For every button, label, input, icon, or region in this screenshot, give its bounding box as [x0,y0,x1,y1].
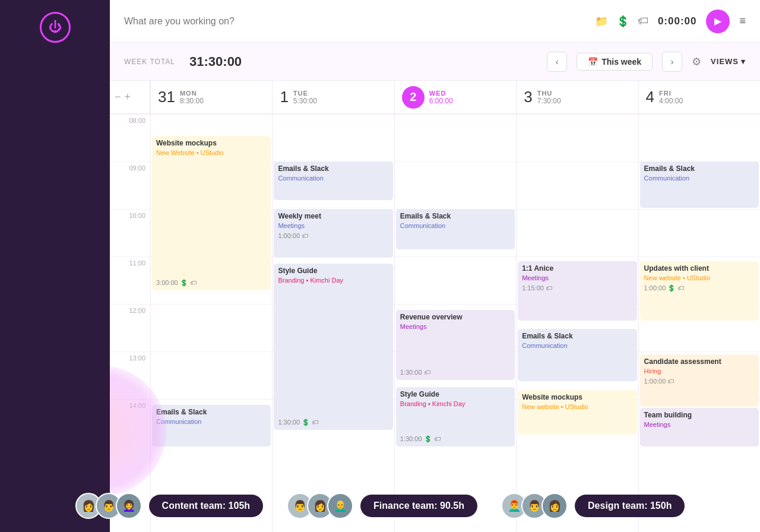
team-hours-content: 105h [229,501,250,511]
event-team-building[interactable]: Team building Meetings [640,408,759,446]
day-col-wed: Emails & Slack Communication Revenue ove… [394,114,516,532]
zoom-minus-button[interactable]: − [115,91,121,103]
team-name-content: Content team: [162,501,226,511]
views-label: VIEWS [711,57,739,66]
event-title: Website mockups [156,139,267,148]
prev-week-button[interactable]: ‹ [547,52,567,72]
event-weekly-meet[interactable]: Weekly meet Meetings 1:00:00 🏷 [274,209,392,258]
time-12: 12:00 [110,304,150,352]
topbar: 📁 💲 🏷 0:00:00 ▶ ≡ [110,0,760,43]
event-project: Meetings [278,221,388,230]
time-10: 10:00 [110,209,150,256]
event-meta: 1:30:00 💲 🏷 [400,435,441,443]
event-updates-client[interactable]: Updates with client New website • UStudi… [640,261,759,321]
day-num-tue: 1 [280,88,288,106]
avatar-3: 👩‍🦱 [116,493,142,519]
sidebar: ⏻ [0,0,110,532]
day-header-fri: 4 FRI 4:00:00 [638,81,760,113]
event-project: Branding • Kimchi Day [278,276,388,284]
event-title: Revenue overview [400,313,511,322]
day-num-mon: 31 [158,88,175,106]
play-button[interactable]: ▶ [706,10,730,33]
day-header-tue: 1 TUE 5:30:00 [272,81,394,113]
views-button[interactable]: VIEWS ▾ [711,57,746,66]
time-09: 09:00 [110,162,150,209]
day-headers: − + 31 MON 8:30:00 1 TUE 5:30:00 [110,81,760,114]
day-header-wed: 2 WED 6:00:00 [394,81,516,113]
event-project: Meetings [522,274,632,282]
teams-bar: 👩 👨 👩‍🦱 Content team: 105h 👨 👩 👨‍🦲 Finan… [0,480,760,532]
event-emails-tue[interactable]: Emails & Slack Communication [274,162,392,200]
event-meta: 3:00:00 💲 🏷 [156,278,197,287]
event-emails-wed[interactable]: Emails & Slack Communication [396,209,515,249]
event-title: Emails & Slack [156,408,267,417]
event-emails-fri[interactable]: Emails & Slack Communication [640,162,759,208]
day-col-fri: Emails & Slack Communication Updates wit… [638,114,760,532]
day-name-thu: THU [537,90,561,97]
zoom-plus-button[interactable]: + [125,91,131,103]
event-title: Style Guide [400,390,511,400]
settings-icon[interactable]: ⚙ [692,55,701,68]
event-title: Emails & Slack [644,164,755,174]
event-anice[interactable]: 1:1 Anice Meetings 1:15:00 🏷 [518,261,636,321]
event-meta: 1:00:00 🏷 [278,232,388,240]
week-total-value: 31:30:00 [189,54,242,69]
event-style-guide-tue[interactable]: Style Guide Branding • Kimchi Day 1:30:0… [274,264,392,430]
day-time-tue: 5:30:00 [293,97,317,105]
event-emails-thu[interactable]: Emails & Slack Communication [518,329,636,381]
event-meta: 1:00:00 🏷 [644,377,755,385]
team-card-finance[interactable]: 👨 👩 👨‍🦲 Finance team: 90.5h [287,493,477,519]
timer-display: 0:00:00 [658,15,697,27]
next-week-button[interactable]: › [662,52,682,72]
tag-icon[interactable]: 🏷 [638,15,648,27]
search-input[interactable] [124,16,585,27]
event-title: 1:1 Anice [522,264,632,274]
day-time-mon: 8:30:00 [180,97,204,105]
event-style-guide-wed[interactable]: Style Guide Branding • Kimchi Day 1:30:0… [396,387,515,446]
grid-body: 08:00 09:00 10:00 11:00 12:00 13:00 14:0… [110,114,760,532]
event-meta: 1:00:00 💲 🏷 [644,284,755,292]
dollar-icon[interactable]: 💲 [616,15,629,28]
this-week-button[interactable]: 📅 This week [577,53,653,71]
event-project: Branding • Kimchi Day [400,400,511,408]
event-emails-mon[interactable]: Emails & Slack Communication [152,405,271,446]
event-meta: 1:30:00 💲 🏷 [278,418,318,426]
event-title: Emails & Slack [522,332,632,341]
team-avatars-content: 👩 👨 👩‍🦱 [75,493,142,519]
time-08: 08:00 [110,114,150,162]
event-project: Meetings [644,420,755,429]
day-num-thu: 3 [524,88,532,106]
day-header-thu: 3 THU 7:30:00 [516,81,638,113]
team-hours-finance: 90.5h [440,501,464,511]
team-card-design[interactable]: 👨‍🦰 👨 👩 Design team: 150h [501,493,685,519]
day-num-fri: 4 [646,88,654,106]
team-card-content[interactable]: 👩 👨 👩‍🦱 Content team: 105h [75,493,263,519]
event-title: Updates with client [644,264,755,274]
day-time-thu: 7:30:00 [537,97,561,105]
day-time-wed: 6:00:00 [429,97,453,105]
event-website-mockups-mon[interactable]: Website mockups New Website • UStudio 3:… [152,136,271,290]
day-col-mon: Website mockups New Website • UStudio 3:… [150,114,272,532]
folder-icon[interactable]: 📁 [595,15,608,28]
avatar-9: 👩 [542,493,568,519]
event-project: New Website • UStudio [156,148,267,157]
event-title: Website mockups [522,393,632,403]
menu-icon[interactable]: ≡ [739,15,746,27]
sidebar-logo[interactable]: ⏻ [40,12,71,43]
event-meta: 1:15:00 🏷 [522,284,632,292]
event-title: Candidate assessment [644,357,755,367]
event-candidate-assessment[interactable]: Candidate assessment Hiring 1:00:00 🏷 [640,354,759,407]
event-title: Team building [644,411,755,420]
event-project: Communication [156,417,267,426]
event-project: Communication [400,221,511,230]
event-meta: 1:30:00 🏷 [400,368,430,376]
day-header-mon: 31 MON 8:30:00 [150,81,272,113]
team-avatars-design: 👨‍🦰 👨 👩 [501,493,568,519]
event-title: Style Guide [278,267,388,276]
event-revenue-overview[interactable]: Revenue overview Meetings 1:30:00 🏷 [396,310,515,380]
main-content: 📁 💲 🏷 0:00:00 ▶ ≡ WEEK TOTAL 31:30:00 ‹ … [110,0,760,532]
calendar-area: − + 31 MON 8:30:00 1 TUE 5:30:00 [110,81,760,532]
event-website-mockups-thu[interactable]: Website mockups New website • UStudio [518,390,636,435]
event-project: Hiring [644,367,755,375]
day-name-fri: FRI [659,90,683,97]
